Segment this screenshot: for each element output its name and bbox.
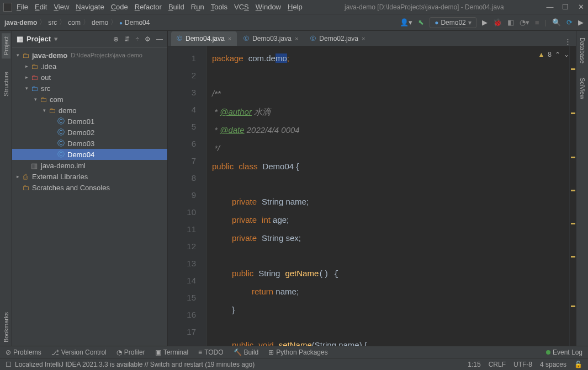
inspect-up-icon[interactable]: ⌃ — [555, 51, 560, 58]
menu-vcs[interactable]: VCS — [234, 3, 249, 11]
tree-class-2[interactable]: ⒸDemo03 — [12, 138, 167, 149]
expand-all-icon[interactable]: ⇵ — [124, 35, 130, 43]
title-bar: File Edit View Navigate Code Refactor Bu… — [0, 0, 588, 14]
rail-database[interactable]: Database — [578, 34, 587, 67]
close-tab-icon[interactable]: × — [228, 35, 231, 42]
editor-tabs: ⒸDemo04.java× ⒸDemo03.java× ⒸDemo02.java… — [168, 31, 576, 46]
bottom-tool-tabs: ⊘Problems ⎇Version Control ◔Profiler ▣Te… — [0, 346, 588, 358]
close-button[interactable]: ✕ — [577, 3, 585, 11]
run-config-dropdown[interactable]: ● Demo02 ▾ — [430, 17, 476, 28]
hide-panel-icon[interactable]: — — [156, 35, 163, 43]
status-message[interactable]: Localized IntelliJ IDEA 2021.3.3 is avai… — [15, 361, 255, 368]
nav-toolbar: java-demo 〉 src 〉 com 〉 demo 〉 Demo04 👤▾… — [0, 14, 588, 31]
menu-view[interactable]: View — [54, 3, 69, 11]
warning-icon: ▲ — [538, 51, 544, 58]
bc-com[interactable]: com — [68, 19, 81, 26]
close-tab-icon[interactable]: × — [295, 35, 298, 42]
menu-window[interactable]: Window — [256, 3, 281, 11]
minimize-button[interactable]: ― — [546, 3, 554, 11]
tree-class-0[interactable]: ⒸDemo01 — [12, 116, 167, 127]
tree-ext-libs[interactable]: ▸⎙External Libraries — [12, 171, 167, 182]
stop-button[interactable]: ■ — [535, 18, 539, 26]
coverage-button[interactable]: ◧ — [507, 18, 514, 26]
bt-todo[interactable]: ≡TODO — [198, 348, 223, 356]
ide-settings-icon[interactable]: ▶ — [578, 18, 584, 26]
bc-project[interactable]: java-demo — [4, 19, 37, 26]
tree-scratches[interactable]: 🗀Scratches and Consoles — [12, 182, 167, 193]
tab-overflow-icon[interactable]: ⋮ — [564, 37, 571, 46]
menu-tools[interactable]: Tools — [211, 3, 227, 11]
project-panel-header: ▦Project ▾ ⊕ ⇵ ÷ ⚙ — — [12, 31, 167, 47]
bt-version-control[interactable]: ⎇Version Control — [51, 348, 107, 356]
rail-project[interactable]: Project — [2, 33, 10, 58]
menu-file[interactable]: File — [17, 3, 28, 11]
tab-demo02[interactable]: ⒸDemo02.java× — [305, 31, 370, 46]
bt-build[interactable]: 🔨Build — [234, 348, 259, 356]
profile-button[interactable]: ◔▾ — [520, 18, 529, 26]
project-tool-icon: ▦ — [17, 35, 23, 43]
project-panel: ▦Project ▾ ⊕ ⇵ ÷ ⚙ — ▾🗀 java-demoD:\Idea… — [12, 31, 168, 346]
close-tab-icon[interactable]: × — [362, 35, 365, 42]
tab-demo03[interactable]: ⒸDemo03.java× — [238, 31, 304, 46]
error-stripe[interactable] — [569, 46, 576, 346]
indent-info[interactable]: 4 spaces — [540, 361, 566, 368]
menu-edit[interactable]: Edit — [35, 3, 47, 11]
rail-sciview[interactable]: SciView — [578, 74, 587, 103]
inspection-widget[interactable]: ▲ 8 ⌃ ⌄ — [536, 50, 571, 60]
bt-event-log[interactable]: Event Log — [546, 348, 582, 356]
file-encoding[interactable]: UTF-8 — [513, 361, 532, 368]
editor[interactable]: 123 456 789 101112 131415 161718 package… — [168, 46, 576, 346]
profiler-icon: ◔ — [116, 348, 122, 356]
code-area[interactable]: package com.demo; /** * @author 水滴 * @da… — [206, 46, 569, 346]
tree-root[interactable]: ▾🗀 java-demoD:\IdeaProjects\java-demo — [12, 50, 167, 61]
bt-problems[interactable]: ⊘Problems — [6, 348, 41, 356]
left-tool-rail: Project Structure Bookmarks — [0, 31, 12, 346]
problems-icon: ⊘ — [6, 348, 11, 356]
debug-button[interactable]: 🐞 — [493, 18, 502, 26]
rail-bookmarks[interactable]: Bookmarks — [2, 309, 10, 346]
bc-class[interactable]: Demo04 — [119, 19, 150, 26]
readonly-lock-icon[interactable]: 🔓 — [574, 361, 582, 368]
caret-position[interactable]: 1:15 — [468, 361, 480, 368]
search-icon[interactable]: 🔍 — [552, 18, 561, 26]
sync-icon[interactable]: ⟳ — [566, 18, 573, 26]
select-opened-icon[interactable]: ⊕ — [113, 35, 119, 43]
tree-iml[interactable]: ▥java-demo.iml — [12, 160, 167, 171]
maximize-button[interactable]: ☐ — [561, 3, 569, 11]
build-icon: 🔨 — [234, 348, 242, 356]
tree-class-3[interactable]: ⒸDemo04 — [12, 149, 167, 160]
bt-terminal[interactable]: ▣Terminal — [155, 348, 188, 356]
run-button[interactable]: ▶ — [482, 18, 488, 26]
python-icon: ⊞ — [268, 348, 274, 356]
tree-com[interactable]: ▾🗀com — [12, 94, 167, 105]
menu-code[interactable]: Code — [111, 3, 128, 11]
tree-demo[interactable]: ▾🗀demo — [12, 105, 167, 116]
menu-help[interactable]: Help — [288, 3, 303, 11]
vcs-icon: ⎇ — [51, 348, 59, 356]
panel-settings-icon[interactable]: ⚙ — [145, 35, 151, 43]
tab-demo04[interactable]: ⒸDemo04.java× — [171, 31, 237, 46]
line-separator[interactable]: CRLF — [489, 361, 506, 368]
tree-src[interactable]: ▾🗀src — [12, 83, 167, 94]
bc-demo[interactable]: demo — [92, 19, 108, 26]
menu-refactor[interactable]: Refactor — [135, 3, 162, 11]
editor-wrap: ⒸDemo04.java× ⒸDemo03.java× ⒸDemo02.java… — [168, 31, 576, 346]
bc-src[interactable]: src — [48, 19, 57, 26]
inspect-down-icon[interactable]: ⌄ — [564, 51, 569, 58]
main-menu: File Edit View Navigate Code Refactor Bu… — [17, 3, 303, 11]
menu-build[interactable]: Build — [168, 3, 184, 11]
event-dot-icon — [546, 350, 550, 355]
tree-class-1[interactable]: ⒸDemo02 — [12, 127, 167, 138]
tree-idea[interactable]: ▸🗀.idea — [12, 61, 167, 72]
user-icon[interactable]: 👤▾ — [400, 18, 412, 26]
hammer-icon[interactable]: ⬉ — [418, 18, 424, 26]
menu-navigate[interactable]: Navigate — [76, 3, 104, 11]
collapse-all-icon[interactable]: ÷ — [135, 35, 139, 43]
rail-structure[interactable]: Structure — [2, 68, 10, 100]
right-tool-rail: Database SciView — [576, 31, 588, 346]
bt-profiler[interactable]: ◔Profiler — [116, 348, 145, 356]
bt-python[interactable]: ⊞Python Packages — [268, 348, 327, 356]
menu-run[interactable]: Run — [191, 3, 204, 11]
window-title: java-demo [D:\IdeaProjects\java-demo] - … — [303, 3, 546, 11]
tree-out[interactable]: ▸🗀out — [12, 72, 167, 83]
